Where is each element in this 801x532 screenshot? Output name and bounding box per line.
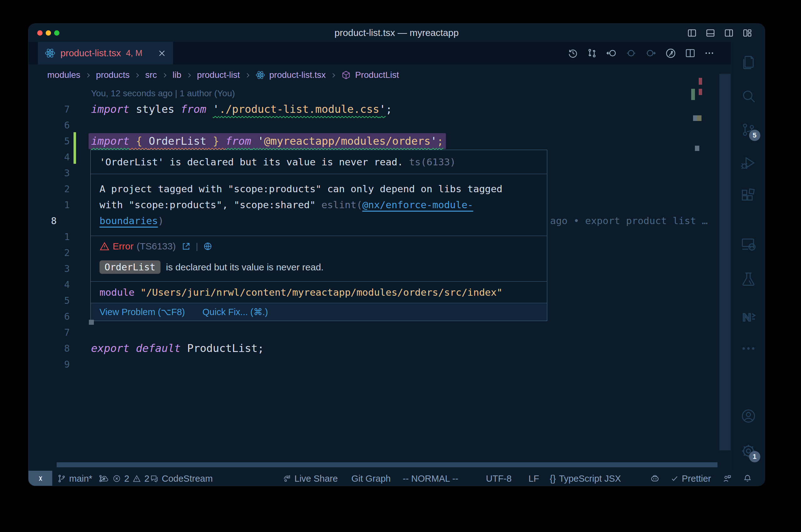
hover-tooltip: 'OrderList' is declared but its value is… bbox=[90, 150, 547, 321]
toggle-secondary-sidebar-icon[interactable] bbox=[724, 28, 734, 38]
breadcrumb-lib[interactable]: lib bbox=[173, 70, 181, 80]
breadcrumb-file[interactable]: product-list.tsx bbox=[269, 70, 326, 80]
git-compare-icon[interactable] bbox=[587, 48, 597, 58]
tab-label: product-list.tsx bbox=[60, 48, 121, 58]
language-item[interactable]: {} TypeScript JSX bbox=[550, 471, 621, 486]
git-graph-item[interactable]: Git Graph bbox=[351, 471, 391, 486]
line-number[interactable]: 6 bbox=[29, 117, 70, 133]
open-external-icon[interactable] bbox=[181, 242, 191, 251]
breadcrumb-src[interactable]: src bbox=[145, 70, 157, 80]
vim-mode-item[interactable]: -- NORMAL -- bbox=[403, 471, 458, 486]
line-number[interactable]: 4 bbox=[29, 149, 70, 165]
view-problem-action[interactable]: View Problem (⌥F8) bbox=[99, 307, 185, 317]
code-line[interactable]: 5import { OrderList } from '@myreactapp/… bbox=[29, 133, 731, 149]
branch-name: main* bbox=[69, 474, 92, 484]
run-and-debug-icon[interactable] bbox=[740, 155, 757, 171]
line-number[interactable]: 8 bbox=[29, 340, 70, 356]
notifications-bell-icon[interactable] bbox=[743, 471, 752, 486]
search-icon[interactable] bbox=[740, 88, 757, 104]
line-number[interactable]: 4 bbox=[29, 277, 70, 292]
extensions-icon[interactable] bbox=[740, 188, 757, 204]
code-line[interactable]: 6 bbox=[29, 117, 731, 133]
overview-ruler-mark bbox=[695, 146, 699, 151]
line-number[interactable]: 1 bbox=[29, 229, 70, 245]
explorer-icon[interactable] bbox=[740, 54, 757, 71]
customize-layout-icon[interactable] bbox=[743, 28, 752, 38]
toggle-panel-icon[interactable] bbox=[706, 28, 715, 38]
chevron-right-icon bbox=[134, 72, 141, 79]
line-number[interactable]: 5 bbox=[29, 133, 70, 149]
accounts-icon[interactable] bbox=[740, 408, 757, 424]
next-change-icon[interactable] bbox=[645, 48, 656, 59]
line-number[interactable]: 3 bbox=[29, 165, 70, 181]
prettier-item[interactable]: Prettier bbox=[671, 471, 711, 486]
code-line[interactable]: 9 bbox=[29, 356, 731, 372]
code-line[interactable]: 7import styles from './product-list.modu… bbox=[29, 101, 731, 117]
code-line[interactable]: You, 12 seconds ago | 1 author (You) bbox=[29, 86, 731, 101]
scrollbar-horizontal[interactable] bbox=[57, 462, 717, 467]
warning-triangle-icon bbox=[132, 474, 141, 483]
code-line[interactable]: 7 bbox=[29, 324, 731, 340]
line-content: import { OrderList } from '@myreactapp/m… bbox=[89, 133, 446, 149]
breadcrumb-products[interactable]: products bbox=[96, 70, 129, 80]
testing-flask-icon[interactable] bbox=[740, 271, 757, 287]
tab-problems-badge: 4, M bbox=[126, 49, 142, 58]
vscode-window: product-list.tsx — myreactapp product-li… bbox=[28, 23, 765, 486]
quick-fix-action[interactable]: Quick Fix... (⌘.) bbox=[202, 307, 268, 317]
title-bar: product-list.tsx — myreactapp bbox=[29, 24, 765, 42]
nx-console-icon[interactable] bbox=[740, 308, 757, 324]
additional-views-icon[interactable] bbox=[740, 340, 757, 357]
line-number[interactable]: 1 bbox=[29, 197, 70, 213]
live-share-icon bbox=[283, 474, 291, 483]
breadcrumb-symbol[interactable]: ProductList bbox=[355, 70, 399, 80]
chevron-right-icon bbox=[161, 72, 168, 79]
line-number[interactable]: 2 bbox=[29, 245, 70, 261]
more-actions-icon[interactable] bbox=[704, 48, 715, 58]
commit-graph-icon bbox=[98, 474, 107, 483]
live-share-item[interactable]: Live Share bbox=[283, 471, 338, 486]
remote-indicator[interactable] bbox=[29, 471, 52, 486]
activity-bar: 5 1 bbox=[731, 42, 765, 471]
close-tab-icon[interactable] bbox=[158, 49, 166, 58]
error-circle-icon bbox=[112, 474, 121, 483]
tooltip-resize-handle[interactable] bbox=[89, 320, 94, 325]
remote-explorer-icon[interactable] bbox=[740, 236, 757, 252]
git-graph-label: Git Graph bbox=[351, 474, 391, 484]
tab-product-list[interactable]: product-list.tsx 4, M bbox=[38, 42, 173, 64]
commit-graph-item[interactable] bbox=[98, 471, 107, 486]
run-icon[interactable] bbox=[665, 48, 676, 59]
tooltip-module-path: "/Users/juri/nrwl/content/myreactapp/mod… bbox=[141, 287, 503, 298]
line-number[interactable]: 2 bbox=[29, 181, 70, 197]
warning-triangle-icon bbox=[99, 241, 110, 251]
go-back-icon[interactable] bbox=[606, 48, 617, 59]
line-number[interactable]: 7 bbox=[29, 101, 70, 117]
overview-ruler-mark bbox=[699, 78, 702, 85]
current-line-number[interactable]: 8 bbox=[29, 213, 82, 229]
globe-icon[interactable] bbox=[203, 242, 213, 251]
problems-item[interactable]: 2 2 bbox=[112, 471, 149, 486]
line-number[interactable]: 5 bbox=[29, 292, 70, 308]
breadcrumb-modules[interactable]: modules bbox=[47, 70, 80, 80]
git-branch-icon bbox=[57, 474, 66, 483]
encoding-item[interactable]: UTF-8 bbox=[486, 471, 512, 486]
timeline-icon[interactable] bbox=[568, 48, 578, 58]
tooltip-identifier-badge: OrderList bbox=[99, 260, 161, 274]
line-number[interactable]: 7 bbox=[29, 324, 70, 340]
settings-gear-icon[interactable]: 1 bbox=[740, 443, 757, 459]
line-number[interactable]: 3 bbox=[29, 261, 70, 277]
previous-change-icon[interactable] bbox=[625, 48, 637, 59]
tooltip-diagnostic-line: 'OrderList' is declared but its value is… bbox=[91, 150, 547, 174]
codestream-item[interactable]: CodeStream bbox=[150, 471, 213, 486]
code-line[interactable]: 8export default ProductList; bbox=[29, 340, 731, 356]
source-control-icon[interactable]: 5 bbox=[740, 121, 757, 138]
toggle-primary-sidebar-icon[interactable] bbox=[687, 28, 697, 38]
breadcrumb-product-list[interactable]: product-list bbox=[197, 70, 240, 80]
codestream-icon bbox=[150, 474, 159, 483]
scrollbar-vertical[interactable] bbox=[719, 74, 731, 451]
line-number[interactable]: 6 bbox=[29, 308, 70, 324]
eol-item[interactable]: LF bbox=[528, 471, 539, 486]
feedback-item[interactable] bbox=[723, 471, 732, 486]
split-editor-icon[interactable] bbox=[685, 48, 695, 58]
copilot-item[interactable] bbox=[650, 471, 660, 486]
line-number[interactable]: 9 bbox=[29, 356, 70, 372]
